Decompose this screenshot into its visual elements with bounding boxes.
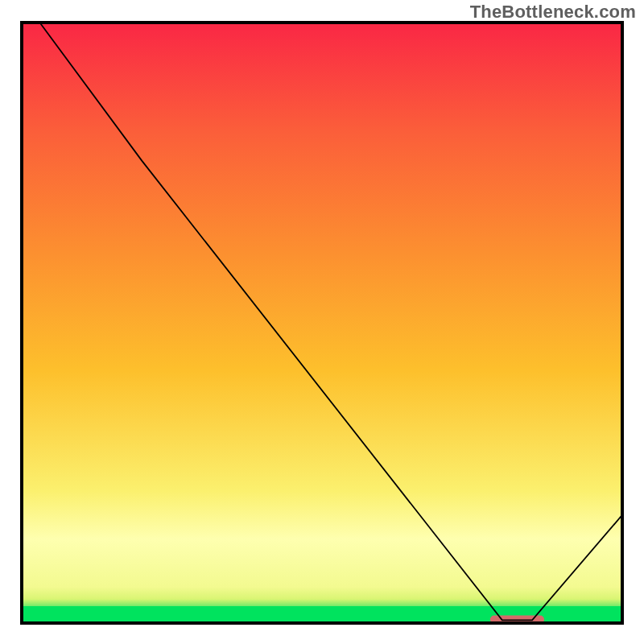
plot-background [22,23,622,623]
chart-container: TheBottleneck.com [0,0,644,644]
bottleneck-chart [0,0,644,644]
attribution-text: TheBottleneck.com [470,2,636,23]
